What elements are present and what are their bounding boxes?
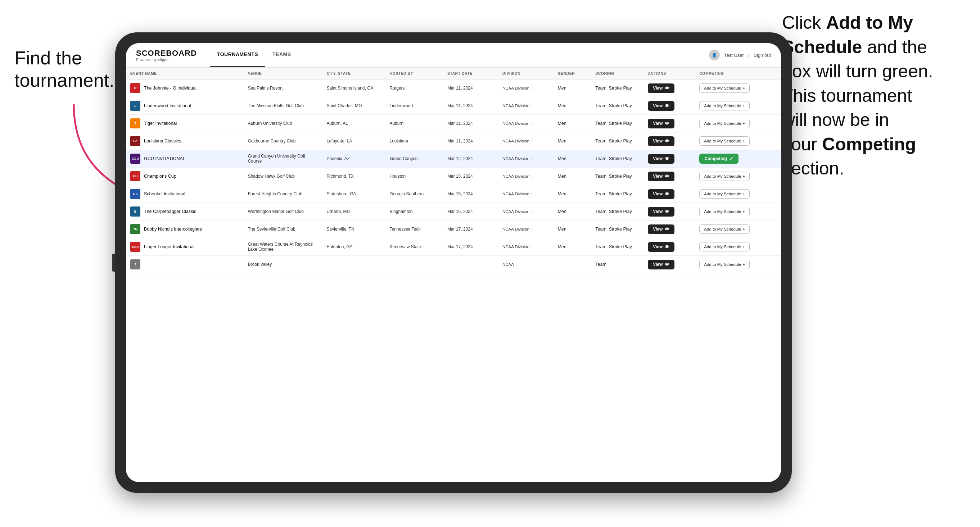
event-name-cell: GCU GCU INVITATIONAL: [126, 150, 243, 168]
add-to-schedule-button[interactable]: Add to My Schedule +: [699, 242, 750, 251]
eye-icon: 👁: [665, 103, 670, 109]
nav-tabs: TOURNAMENTS TEAMS: [210, 43, 298, 67]
add-to-schedule-button[interactable]: Add to My Schedule +: [699, 137, 750, 146]
division-cell: NCAA Division I: [498, 132, 553, 150]
view-button[interactable]: View 👁: [648, 101, 675, 111]
division-cell: NCAA Division I: [498, 97, 553, 115]
actions-cell: View 👁: [643, 150, 695, 168]
competing-cell: Add to My Schedule +: [695, 115, 781, 132]
hosted-cell: Houston: [385, 168, 443, 185]
actions-cell: View 👁: [643, 79, 695, 97]
tab-tournaments[interactable]: TOURNAMENTS: [210, 43, 265, 67]
app-header: SCOREBOARD Powered by clippd TOURNAMENTS…: [126, 43, 781, 68]
view-button[interactable]: View 👁: [648, 171, 675, 181]
add-to-schedule-button[interactable]: Add to My Schedule +: [699, 260, 750, 269]
city-cell: Richmond, TX: [322, 168, 385, 185]
view-button[interactable]: View 👁: [648, 242, 675, 252]
division-cell: NCAA: [498, 256, 553, 273]
view-button[interactable]: View 👁: [648, 207, 675, 217]
city-cell: Sevierville, TN: [322, 221, 385, 238]
plus-icon: +: [743, 139, 745, 143]
add-schedule-label: Add to My Schedule: [704, 192, 741, 196]
competing-cell: Add to My Schedule +: [695, 238, 781, 256]
city-cell: Auburn, AL: [322, 115, 385, 132]
actions-cell: View 👁: [643, 132, 695, 150]
view-button[interactable]: View 👁: [648, 154, 675, 163]
col-header-scoring: SCORING: [591, 68, 643, 79]
view-button[interactable]: View 👁: [648, 189, 675, 199]
team-logo: HH: [130, 171, 140, 181]
col-header-actions: ACTIONS: [643, 68, 695, 79]
table-row: T Tiger Invitational Auburn University C…: [126, 115, 781, 132]
user-name: Test User: [724, 52, 744, 58]
team-logo: KSU: [130, 242, 140, 252]
hosted-cell: Auburn: [385, 115, 443, 132]
view-button[interactable]: View 👁: [648, 83, 675, 93]
table-row: KSU Linger Longer Invitational Great Wat…: [126, 238, 781, 256]
gender-cell: Men: [553, 203, 591, 221]
add-to-schedule-button[interactable]: Add to My Schedule +: [699, 189, 750, 198]
view-button[interactable]: View 👁: [648, 119, 675, 129]
event-name: GCU INVITATIONAL: [144, 156, 185, 161]
date-cell: Mar 17, 2024: [443, 221, 498, 238]
add-to-schedule-button[interactable]: Add to My Schedule +: [699, 101, 750, 110]
gender-cell: Men: [553, 185, 591, 203]
eye-icon: 👁: [665, 191, 670, 197]
view-label: View: [653, 209, 663, 214]
date-cell: Mar 16, 2024: [443, 203, 498, 221]
team-logo: B: [130, 206, 140, 217]
gender-cell: Men: [553, 168, 591, 185]
add-schedule-label: Add to My Schedule: [704, 139, 741, 143]
hosted-cell: Georgia Southern: [385, 185, 443, 203]
add-schedule-label: Add to My Schedule: [704, 103, 741, 108]
table-header: EVENT NAME VENUE CITY, STATE HOSTED BY S…: [126, 68, 781, 79]
competing-button[interactable]: Competing ✓: [699, 154, 738, 163]
venue-cell: Brook Valley: [243, 256, 323, 273]
actions-cell: View 👁: [643, 256, 695, 273]
add-to-schedule-button[interactable]: Add to My Schedule +: [699, 224, 750, 234]
hosted-cell: [385, 256, 443, 273]
event-name-cell: TN Bobby Nichols Intercollegiate: [126, 221, 243, 238]
scoring-cell: Team, Stroke Play: [591, 150, 643, 168]
col-header-date: START DATE: [443, 68, 498, 79]
city-cell: Urbana, MD: [322, 203, 385, 221]
eye-icon: 👁: [665, 86, 670, 91]
plus-icon: +: [743, 103, 745, 108]
plus-icon: +: [743, 244, 745, 249]
logo-sub: Powered by clippd: [136, 58, 197, 62]
event-name: Champions Cup: [144, 174, 177, 179]
tab-teams[interactable]: TEAMS: [265, 43, 298, 67]
view-label: View: [653, 244, 663, 249]
competing-label: Competing: [704, 156, 727, 161]
competing-cell: Add to My Schedule +: [695, 221, 781, 238]
table-container: EVENT NAME VENUE CITY, STATE HOSTED BY S…: [126, 68, 781, 482]
actions-cell: View 👁: [643, 115, 695, 132]
team-logo: R: [130, 83, 140, 93]
team-logo: T: [130, 118, 140, 129]
col-header-hosted: HOSTED BY: [385, 68, 443, 79]
add-schedule-label: Add to My Schedule: [704, 210, 741, 214]
date-cell: Mar 11, 2024: [443, 97, 498, 115]
venue-cell: The Missouri Bluffs Golf Club: [243, 97, 323, 115]
sign-out-link[interactable]: Sign out: [754, 52, 771, 58]
division-cell: NCAA Division I: [498, 221, 553, 238]
division-cell: NCAA Division I: [498, 115, 553, 132]
view-button[interactable]: View 👁: [648, 260, 675, 270]
eye-icon: 👁: [665, 138, 670, 144]
competing-cell: Add to My Schedule +: [695, 79, 781, 97]
team-logo: GCU: [130, 154, 140, 163]
table-row: LA Louisiana Classics Oakbourne Country …: [126, 132, 781, 150]
competing-cell: Add to My Schedule +: [695, 168, 781, 185]
city-cell: Saint Charles, MO: [322, 97, 385, 115]
gender-cell: Men: [553, 238, 591, 256]
add-to-schedule-button[interactable]: Add to My Schedule +: [699, 171, 750, 181]
event-name: Schenkel Invitational: [144, 191, 185, 197]
add-to-schedule-button[interactable]: Add to My Schedule +: [699, 119, 750, 128]
actions-cell: View 👁: [643, 221, 695, 238]
view-button[interactable]: View 👁: [648, 224, 675, 234]
add-to-schedule-button[interactable]: Add to My Schedule +: [699, 83, 750, 93]
logo-main: SCOREBOARD: [136, 49, 197, 58]
view-button[interactable]: View 👁: [648, 137, 675, 146]
actions-cell: View 👁: [643, 185, 695, 203]
add-to-schedule-button[interactable]: Add to My Schedule +: [699, 207, 750, 216]
